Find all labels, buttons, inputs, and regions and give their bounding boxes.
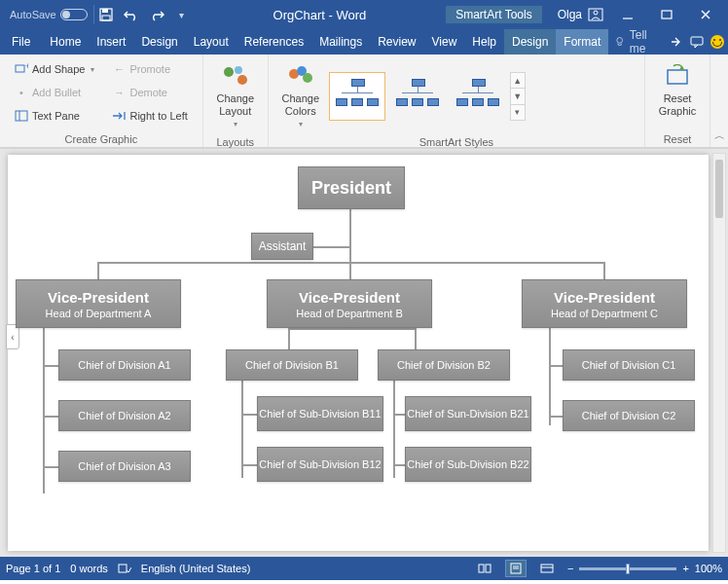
redo-button[interactable] xyxy=(145,3,168,26)
gallery-up-button[interactable]: ▲ xyxy=(511,73,525,88)
svg-point-4 xyxy=(594,11,598,15)
contextual-tab-label: SmartArt Tools xyxy=(446,6,541,23)
web-layout-button[interactable] xyxy=(536,560,558,577)
right-to-left-button[interactable]: Right to Left xyxy=(107,105,192,127)
layout-icon xyxy=(220,63,251,91)
group-label: Reset xyxy=(651,131,704,145)
zoom-in-button[interactable]: + xyxy=(682,563,688,574)
node-div-b21[interactable]: Chief of Sun-Division B21 xyxy=(405,396,531,431)
svg-rect-26 xyxy=(541,565,553,572)
scrollbar-thumb[interactable] xyxy=(715,160,723,218)
close-button[interactable] xyxy=(691,0,720,29)
save-button[interactable] xyxy=(94,3,118,26)
node-vp-a[interactable]: Vice-PresidentHead of Department A xyxy=(16,279,181,328)
tab-help[interactable]: Help xyxy=(464,29,504,55)
lightbulb-icon xyxy=(614,35,625,49)
group-reset: Reset Graphic Reset xyxy=(645,55,710,147)
tab-smartart-format[interactable]: Format xyxy=(556,29,608,55)
group-label: Layouts xyxy=(209,134,262,148)
node-vp-c[interactable]: Vice-PresidentHead of Department C xyxy=(522,279,687,328)
promote-button: ←Promote xyxy=(107,58,192,80)
feedback-button[interactable] xyxy=(708,29,728,55)
svg-rect-21 xyxy=(479,565,484,572)
node-div-a1[interactable]: Chief of Division A1 xyxy=(58,349,191,381)
node-div-c1[interactable]: Chief of Division C1 xyxy=(563,349,695,381)
tab-references[interactable]: References xyxy=(237,29,311,55)
tab-smartart-design[interactable]: Design xyxy=(504,29,556,55)
svg-point-15 xyxy=(237,75,247,85)
arrow-left-icon: ← xyxy=(112,62,126,76)
share-button[interactable] xyxy=(666,29,686,55)
page[interactable]: ‹ President As xyxy=(8,155,709,551)
add-shape-button[interactable]: +Add Shape▾ xyxy=(10,58,99,80)
tab-home[interactable]: Home xyxy=(42,29,89,55)
gallery-down-button[interactable]: ▼ xyxy=(511,88,525,103)
svg-rect-8 xyxy=(691,37,703,45)
svg-rect-6 xyxy=(662,11,672,18)
bullet-icon: • xyxy=(15,86,28,99)
maximize-button[interactable] xyxy=(652,0,681,29)
undo-button[interactable] xyxy=(120,3,143,26)
vertical-scrollbar[interactable] xyxy=(712,153,726,553)
status-bar: Page 1 of 1 0 words English (United Stat… xyxy=(0,557,728,580)
autosave-label: AutoSave xyxy=(10,9,56,20)
print-layout-button[interactable] xyxy=(505,560,527,577)
gallery-scroll: ▲ ▼ ▾ xyxy=(510,72,526,121)
change-colors-button[interactable]: Change Colors▾ xyxy=(274,58,327,134)
svg-rect-20 xyxy=(119,565,127,572)
demote-button: →Demote xyxy=(107,82,192,103)
style-thumb-1[interactable] xyxy=(329,72,385,121)
page-indicator[interactable]: Page 1 of 1 xyxy=(6,563,60,574)
svg-rect-19 xyxy=(668,70,687,84)
node-div-a2[interactable]: Chief of Division A2 xyxy=(58,400,191,431)
collapse-ribbon-button[interactable]: ︿ xyxy=(710,55,728,147)
change-layout-button[interactable]: Change Layout▾ xyxy=(209,58,262,134)
document-area: ‹ President As xyxy=(0,148,728,557)
gallery-expand-button[interactable]: ▾ xyxy=(511,104,525,120)
tab-file[interactable]: File xyxy=(0,29,42,55)
text-pane-button[interactable]: Text Pane xyxy=(10,105,99,127)
arrow-right-icon: → xyxy=(112,86,126,99)
tab-review[interactable]: Review xyxy=(370,29,423,55)
node-assistant[interactable]: Assistant xyxy=(251,233,313,260)
svg-point-18 xyxy=(303,73,312,83)
spellcheck-button[interactable] xyxy=(118,563,131,574)
svg-rect-22 xyxy=(486,565,491,572)
zoom-level[interactable]: 100% xyxy=(695,563,722,574)
autosave-toggle[interactable]: AutoSave xyxy=(4,5,94,24)
zoom-slider-thumb[interactable] xyxy=(626,564,630,574)
node-div-b11[interactable]: Chief of Sub-Division B11 xyxy=(257,396,383,431)
zoom-slider[interactable] xyxy=(579,567,676,570)
tab-view[interactable]: View xyxy=(424,29,465,55)
node-vp-b[interactable]: Vice-PresidentHead of Department B xyxy=(267,279,432,328)
node-div-b2[interactable]: Chief of Division B2 xyxy=(378,349,510,381)
group-create-graphic: +Add Shape▾ •Add Bullet Text Pane ←Promo… xyxy=(0,55,203,147)
node-div-b1[interactable]: Chief of Division B1 xyxy=(226,349,358,381)
org-chart[interactable]: President Assistant Vice-PresidentHead o… xyxy=(16,163,701,547)
tab-layout[interactable]: Layout xyxy=(186,29,237,55)
tab-mailings[interactable]: Mailings xyxy=(311,29,370,55)
reset-graphic-button[interactable]: Reset Graphic xyxy=(651,58,704,131)
comments-button[interactable] xyxy=(686,29,707,55)
node-div-c2[interactable]: Chief of Division C2 xyxy=(563,400,695,431)
style-thumb-3[interactable] xyxy=(450,72,506,121)
tab-design[interactable]: Design xyxy=(133,29,185,55)
svg-rect-11 xyxy=(16,111,27,121)
node-div-a3[interactable]: Chief of Division A3 xyxy=(58,451,191,482)
svg-rect-9 xyxy=(16,65,24,72)
tell-me-search[interactable]: Tell me xyxy=(608,29,665,55)
zoom-out-button[interactable]: − xyxy=(567,563,573,574)
account-button[interactable]: Olga xyxy=(558,8,603,21)
tab-insert[interactable]: Insert xyxy=(89,29,133,55)
svg-rect-2 xyxy=(102,16,110,20)
style-thumb-2[interactable] xyxy=(389,72,446,121)
language-indicator[interactable]: English (United States) xyxy=(141,563,251,574)
qat-customize-button[interactable]: ▾ xyxy=(170,3,194,26)
node-president[interactable]: President xyxy=(298,166,405,209)
read-mode-button[interactable] xyxy=(474,560,495,577)
word-count[interactable]: 0 words xyxy=(70,563,108,574)
node-div-b12[interactable]: Chief of Sub-Division B12 xyxy=(257,447,383,482)
node-div-b22[interactable]: Chief of Sub-Division B22 xyxy=(405,447,531,482)
toggle-off-icon xyxy=(60,9,88,20)
minimize-button[interactable] xyxy=(613,0,642,29)
